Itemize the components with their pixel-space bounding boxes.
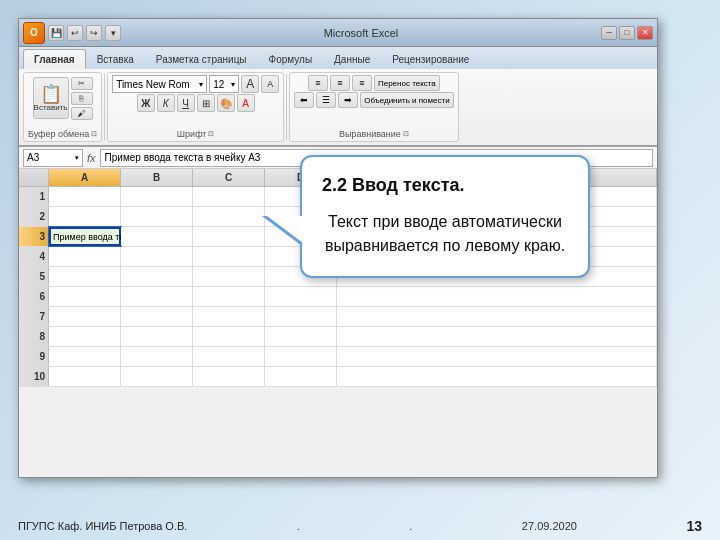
cell-b3[interactable] <box>121 227 193 246</box>
cell-c10[interactable] <box>193 367 265 386</box>
name-box[interactable]: A3 ▾ <box>23 149 83 167</box>
cell-c7[interactable] <box>193 307 265 326</box>
undo-qat-button[interactable]: ↩ <box>67 25 83 41</box>
font-color-button[interactable]: A <box>237 94 255 112</box>
row-header-10[interactable]: 10 <box>19 367 49 386</box>
cell-b2[interactable] <box>121 207 193 226</box>
font-name-box[interactable]: Times New Rom ▾ <box>112 75 207 93</box>
dropdown-qat-button[interactable]: ▾ <box>105 25 121 41</box>
cell-c4[interactable] <box>193 247 265 266</box>
font-decrease-button[interactable]: A <box>261 75 279 93</box>
cell-b6[interactable] <box>121 287 193 306</box>
cell-d10[interactable] <box>265 367 337 386</box>
cell-c5[interactable] <box>193 267 265 286</box>
row-7: 7 <box>19 307 657 327</box>
tab-data[interactable]: Данные <box>323 49 381 69</box>
align-left-button[interactable]: ⬅ <box>294 92 314 108</box>
cell-a2[interactable] <box>49 207 121 226</box>
cell-b7[interactable] <box>121 307 193 326</box>
tab-formulas[interactable]: Формулы <box>258 49 324 69</box>
tab-insert[interactable]: Вставка <box>86 49 145 69</box>
cell-b1[interactable] <box>121 187 193 206</box>
cell-a8[interactable] <box>49 327 121 346</box>
format-painter-button[interactable]: 🖌 <box>71 107 93 120</box>
cell-c2[interactable] <box>193 207 265 226</box>
row-header-1[interactable]: 1 <box>19 187 49 206</box>
cell-c3[interactable] <box>193 227 265 246</box>
alignment-expand-icon[interactable]: ⊡ <box>403 130 409 138</box>
font-increase-button[interactable]: A <box>241 75 259 93</box>
cell-a7[interactable] <box>49 307 121 326</box>
merge-cells-button[interactable]: Объединить и помести <box>360 92 453 108</box>
col-header-b[interactable]: B <box>121 169 193 186</box>
cut-button[interactable]: ✂ <box>71 77 93 90</box>
cell-e10[interactable] <box>337 367 657 386</box>
col-header-c[interactable]: C <box>193 169 265 186</box>
cell-d7[interactable] <box>265 307 337 326</box>
redo-qat-button[interactable]: ↪ <box>86 25 102 41</box>
tab-home[interactable]: Главная <box>23 49 86 69</box>
close-button[interactable]: ✕ <box>637 26 653 40</box>
font-size-dropdown-icon[interactable]: ▾ <box>231 80 235 89</box>
italic-button[interactable]: К <box>157 94 175 112</box>
office-button[interactable]: O <box>23 22 45 44</box>
cell-a3[interactable]: Пример ввода текста в ячейку А3 <box>49 227 121 246</box>
maximize-button[interactable]: □ <box>619 26 635 40</box>
tab-review[interactable]: Рецензирование <box>381 49 480 69</box>
col-header-a[interactable]: A <box>49 169 121 186</box>
cell-a4[interactable] <box>49 247 121 266</box>
clipboard-expand-icon[interactable]: ⊡ <box>91 130 97 138</box>
tab-page-layout[interactable]: Разметка страницы <box>145 49 258 69</box>
font-size-box[interactable]: 12 ▾ <box>209 75 239 93</box>
cell-d8[interactable] <box>265 327 337 346</box>
font-name-dropdown-icon[interactable]: ▾ <box>199 80 203 89</box>
row-header-7[interactable]: 7 <box>19 307 49 326</box>
font-expand-icon[interactable]: ⊡ <box>208 130 214 138</box>
align-top-right-button[interactable]: ≡ <box>352 75 372 91</box>
cell-e8[interactable] <box>337 327 657 346</box>
cell-e9[interactable] <box>337 347 657 366</box>
font-name-row: Times New Rom ▾ 12 ▾ A A <box>112 75 279 93</box>
font-label: Шрифт ⊡ <box>177 129 215 139</box>
paste-button[interactable]: 📋 Вставить <box>33 77 69 119</box>
cell-e6[interactable] <box>337 287 657 306</box>
cell-c8[interactable] <box>193 327 265 346</box>
row-header-8[interactable]: 8 <box>19 327 49 346</box>
cell-b8[interactable] <box>121 327 193 346</box>
row-header-4[interactable]: 4 <box>19 247 49 266</box>
cell-b10[interactable] <box>121 367 193 386</box>
cell-d9[interactable] <box>265 347 337 366</box>
cell-c1[interactable] <box>193 187 265 206</box>
name-box-dropdown-icon[interactable]: ▾ <box>75 154 79 162</box>
row-header-2[interactable]: 2 <box>19 207 49 226</box>
save-qat-button[interactable]: 💾 <box>48 25 64 41</box>
align-top-left-button[interactable]: ≡ <box>308 75 328 91</box>
cell-a9[interactable] <box>49 347 121 366</box>
underline-button[interactable]: Ч <box>177 94 195 112</box>
cell-a5[interactable] <box>49 267 121 286</box>
fill-color-button[interactable]: 🎨 <box>217 94 235 112</box>
cell-e7[interactable] <box>337 307 657 326</box>
corner-cell <box>19 169 49 186</box>
cell-c6[interactable] <box>193 287 265 306</box>
cell-b4[interactable] <box>121 247 193 266</box>
cell-b9[interactable] <box>121 347 193 366</box>
align-right-button[interactable]: ➡ <box>338 92 358 108</box>
copy-button[interactable]: ⎘ <box>71 92 93 105</box>
cell-c9[interactable] <box>193 347 265 366</box>
cell-a6[interactable] <box>49 287 121 306</box>
cell-a1[interactable] <box>49 187 121 206</box>
row-header-3[interactable]: 3 <box>19 227 49 246</box>
border-button[interactable]: ⊞ <box>197 94 215 112</box>
row-header-9[interactable]: 9 <box>19 347 49 366</box>
cell-b5[interactable] <box>121 267 193 286</box>
cell-d6[interactable] <box>265 287 337 306</box>
align-top-center-button[interactable]: ≡ <box>330 75 350 91</box>
wrap-text-button[interactable]: Перенос текста <box>374 75 440 91</box>
row-header-6[interactable]: 6 <box>19 287 49 306</box>
align-center-button[interactable]: ☰ <box>316 92 336 108</box>
bold-button[interactable]: Ж <box>137 94 155 112</box>
minimize-button[interactable]: ─ <box>601 26 617 40</box>
row-header-5[interactable]: 5 <box>19 267 49 286</box>
cell-a10[interactable] <box>49 367 121 386</box>
